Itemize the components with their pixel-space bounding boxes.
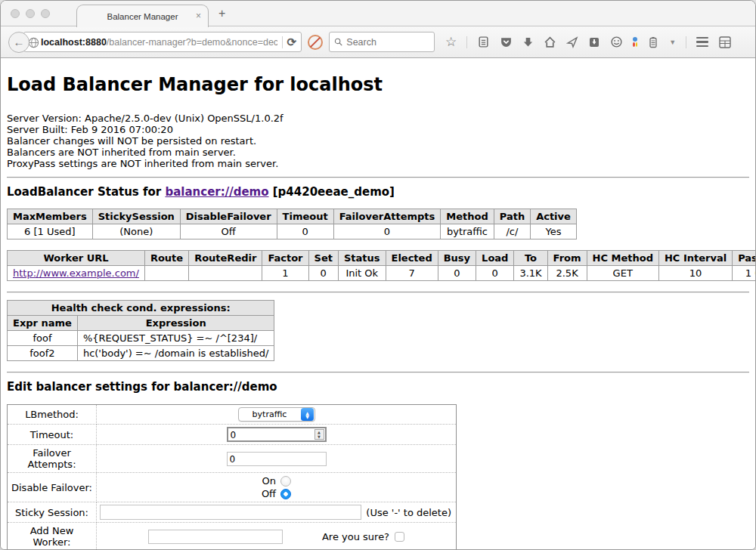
status-prefix: LoadBalancer Status for: [7, 185, 165, 199]
disable-failover-on-radio[interactable]: [280, 476, 291, 487]
col-path: Path: [494, 209, 530, 224]
url-domain: localhost:8880: [41, 37, 107, 48]
lbmethod-label: LBmethod:: [8, 405, 97, 425]
disable-failover-off-radio[interactable]: [280, 489, 291, 499]
sticky-label: Sticky Session:: [8, 502, 97, 523]
pocket-icon[interactable]: [500, 36, 513, 48]
col-passes: Passes: [733, 251, 755, 266]
zoom-window-button[interactable]: [41, 9, 50, 18]
radio-on-label: On: [262, 475, 276, 487]
failover-input[interactable]: 0: [227, 452, 327, 466]
browser-window: Balancer Manager × + ← localhost:8880/ba…: [0, 0, 756, 550]
col-failoverattempts: FailoverAttempts: [333, 209, 441, 224]
colored-dots-icon[interactable]: [633, 37, 637, 47]
col-method: Method: [441, 209, 494, 224]
cell-maxmembers: 6 [1 Used]: [8, 224, 93, 239]
cell-stickysession: (None): [92, 224, 180, 239]
home-icon[interactable]: [544, 36, 556, 48]
globe-icon: [28, 37, 39, 48]
server-version: Server Version: Apache/2.5.0-dev (Unix) …: [7, 113, 749, 124]
urlbar-divider: [282, 36, 283, 48]
proxypass-note: ProxyPass settings are NOT inherited fro…: [7, 158, 749, 169]
page-title: Load Balancer Manager for localhost: [7, 74, 749, 95]
cell-hc-method: GET: [587, 266, 658, 281]
search-icon: [334, 37, 342, 47]
col-routeredir: RouteRedir: [189, 251, 262, 266]
col-to: To: [514, 251, 547, 266]
content-blocked-icon[interactable]: [308, 35, 323, 50]
tab-balancer-manager[interactable]: Balancer Manager ×: [76, 5, 209, 27]
lbmethod-selected-value: bytraffic: [239, 409, 301, 419]
worker-table: Worker URL Route RouteRedir Factor Set S…: [7, 250, 755, 281]
hc-row: foof %{REQUEST_STATUS} =~ /^[234]/: [8, 331, 274, 346]
search-bar[interactable]: [329, 32, 435, 52]
cell-expression: hc('body') =~ /domain is established/: [77, 346, 274, 361]
cell-timeout: 0: [277, 224, 333, 239]
cell-elected: 7: [386, 266, 438, 281]
reading-list-icon[interactable]: [477, 36, 490, 48]
form-row-sticky: Sticky Session: (Use '-' to delete): [8, 502, 457, 523]
back-button[interactable]: ←: [8, 32, 29, 53]
cell-hc-interval: 10: [658, 266, 732, 281]
tab-title: Balancer Manager: [107, 12, 178, 21]
hamburger-menu-icon[interactable]: [696, 37, 708, 48]
chat-smiley-icon[interactable]: [610, 36, 623, 48]
cell-factor: 1: [262, 266, 308, 281]
lbmethod-select[interactable]: bytraffic ▲▼: [238, 407, 315, 422]
reload-icon[interactable]: ⟳: [287, 36, 296, 49]
cell-path: /c/: [494, 224, 530, 239]
number-spinner-icon[interactable]: ▲▼: [314, 429, 324, 440]
minimize-window-button[interactable]: [26, 9, 35, 18]
col-worker-url: Worker URL: [8, 251, 145, 266]
hc-title-row: Health check cond. expressions:: [8, 301, 274, 316]
cell-load: 0: [476, 266, 514, 281]
window-controls: [11, 9, 50, 18]
divider: [7, 292, 749, 293]
tab-close-icon[interactable]: ×: [196, 11, 201, 21]
form-row-disable-failover: Disable Failover: On Off: [8, 473, 457, 502]
col-expression: Expression: [77, 316, 274, 331]
select-stepper-icon: ▲▼: [301, 408, 314, 421]
cell-disablefailover: Off: [180, 224, 277, 239]
table-header-row: MaxMembers StickySession DisableFailover…: [8, 209, 577, 224]
persist-note: Balancer changes will NOT be persisted o…: [7, 135, 749, 147]
send-icon[interactable]: [566, 36, 578, 48]
url-bar[interactable]: localhost:8880/balancer-manager?b=demo&n…: [23, 32, 302, 52]
cell-expr-name: foof: [8, 331, 78, 346]
are-you-sure-checkbox[interactable]: [395, 532, 404, 542]
worker-url-link[interactable]: http://www.example.com/: [13, 267, 139, 279]
divider: [7, 372, 749, 373]
balancer-status-heading: LoadBalancer Status for balancer://demo …: [7, 185, 749, 199]
panel-download-icon[interactable]: [588, 36, 600, 48]
cell-routeredir: [189, 266, 262, 281]
toolbar-divider-2: [686, 36, 686, 48]
col-hc-method: HC Method: [587, 251, 658, 266]
url-path: /balancer-manager?b=demo&nonce=decc37be-…: [107, 37, 277, 48]
url-text[interactable]: localhost:8880/balancer-manager?b=demo&n…: [41, 37, 277, 48]
table-header-row: Worker URL Route RouteRedir Factor Set S…: [8, 251, 756, 266]
col-expr-name: Expr name: [8, 316, 78, 331]
navigation-toolbar: ← localhost:8880/balancer-manager?b=demo…: [1, 26, 755, 58]
close-window-button[interactable]: [11, 9, 20, 18]
col-maxmembers: MaxMembers: [8, 209, 93, 224]
download-icon[interactable]: [522, 36, 534, 48]
form-row-lbmethod: LBmethod: bytraffic ▲▼: [8, 405, 457, 425]
inherit-note: Balancers are NOT inherited from main se…: [7, 147, 749, 158]
grid-document-icon[interactable]: [718, 36, 732, 49]
col-elected: Elected: [386, 251, 438, 266]
failover-value: 0: [230, 454, 236, 465]
timeout-input[interactable]: 0 ▲▼: [227, 427, 327, 442]
chevron-down-icon[interactable]: ▼: [669, 39, 676, 46]
sticky-hint: (Use '-' to delete): [366, 507, 453, 518]
new-tab-button[interactable]: +: [218, 7, 225, 20]
bookmark-star-icon[interactable]: ☆: [445, 36, 457, 48]
search-input[interactable]: [346, 37, 429, 48]
add-worker-input[interactable]: [148, 530, 283, 544]
balancer-link[interactable]: balancer://demo: [165, 185, 268, 199]
table-row: 6 [1 Used] (None) Off 0 0 bytraffic /c/ …: [8, 224, 577, 239]
cell-set: 0: [308, 266, 338, 281]
sticky-session-input[interactable]: [100, 505, 361, 520]
edit-settings-heading: Edit balancer settings for balancer://de…: [7, 380, 749, 394]
battery-icon[interactable]: [647, 36, 659, 48]
toolbar-icons: ☆: [445, 36, 732, 49]
